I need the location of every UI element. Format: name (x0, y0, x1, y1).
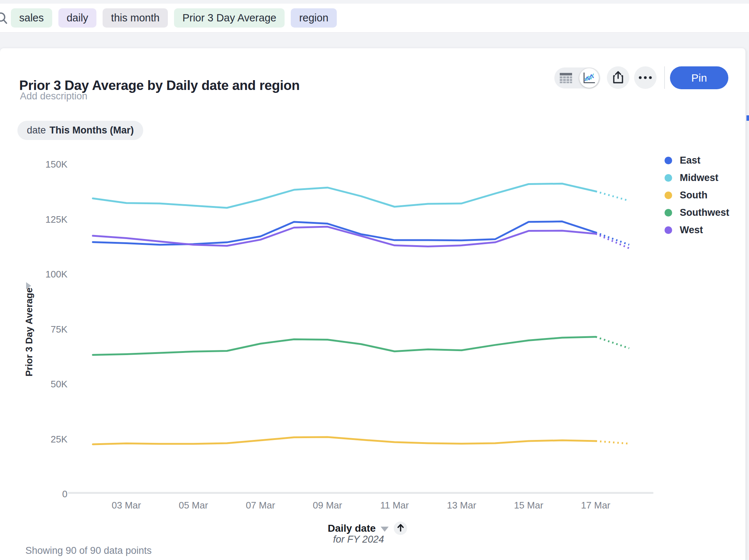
y-axis-tick-label: 0 (0, 489, 67, 500)
x-axis-tick-label: 15 Mar (503, 500, 554, 511)
legend-item-east[interactable]: East (665, 152, 729, 169)
ellipsis-icon (638, 75, 652, 81)
x-axis-tick-label: 03 Mar (101, 500, 152, 511)
search-chips: salesdailythis monthPrior 3 Day Averager… (11, 8, 337, 28)
x-axis-tick-label: 09 Mar (302, 500, 353, 511)
scrollbar-thumb[interactable] (746, 115, 749, 121)
legend-label: East (680, 155, 700, 166)
x-axis-subtitle: for FY 2024 (328, 534, 389, 545)
legend-dot (665, 157, 672, 164)
legend-label: West (680, 225, 703, 236)
data-points-count: Showing 90 of 90 data points (25, 545, 152, 556)
toolbar-divider (664, 66, 665, 89)
legend-item-west[interactable]: West (665, 221, 729, 239)
share-icon (612, 71, 624, 85)
view-toggle[interactable] (554, 67, 600, 88)
legend-dot (665, 192, 672, 199)
x-axis-control[interactable]: Daily date (328, 522, 407, 535)
arrow-up-icon (397, 523, 405, 533)
sort-ascending-button[interactable] (394, 522, 407, 535)
y-axis-tick-label: 125K (0, 214, 67, 225)
search-chip-prior-3-day-average[interactable]: Prior 3 Day Average (174, 8, 285, 28)
y-axis-tick-label: 50K (0, 379, 67, 390)
chart-view-icon-selected[interactable] (579, 68, 599, 88)
filter-value: This Months (Mar) (50, 125, 134, 136)
search-chip-region[interactable]: region (291, 8, 337, 28)
legend-dot (665, 226, 672, 234)
search-icon (0, 12, 9, 27)
search-chip-daily[interactable]: daily (58, 8, 97, 28)
search-bar[interactable]: salesdailythis monthPrior 3 Day Averager… (0, 4, 749, 33)
table-view-icon[interactable] (554, 73, 577, 83)
chart-legend: EastMidwestSouthSouthwestWest (665, 152, 729, 239)
search-chip-sales[interactable]: sales (11, 8, 52, 28)
date-filter-chip[interactable]: date This Months (Mar) (17, 121, 143, 140)
y-axis-tick-label: 100K (0, 269, 67, 280)
x-axis-tick-label: 13 Mar (436, 500, 487, 511)
y-axis-tick-label: 75K (0, 324, 67, 335)
legend-label: Midwest (680, 172, 719, 184)
x-axis-tick-label: 11 Mar (369, 500, 420, 511)
x-axis-tick-label: 17 Mar (570, 500, 621, 511)
legend-label: Southwest (680, 207, 729, 218)
legend-item-southwest[interactable]: Southwest (665, 204, 729, 221)
legend-dot (665, 174, 672, 182)
legend-item-midwest[interactable]: Midwest (665, 169, 729, 186)
search-chip-this-month[interactable]: this month (103, 8, 168, 28)
x-axis-tick-label: 05 Mar (168, 500, 219, 511)
chevron-down-icon[interactable] (381, 527, 389, 532)
more-options-button[interactable] (634, 66, 657, 89)
x-axis-tick-label: 07 Mar (235, 500, 286, 511)
legend-item-south[interactable]: South (665, 186, 729, 204)
y-axis-tick-label: 25K (0, 434, 67, 445)
y-axis-tick-label: 150K (0, 159, 67, 170)
legend-dot (665, 209, 672, 217)
add-description-button[interactable]: Add description (20, 91, 87, 102)
x-axis-field-label[interactable]: Daily date (328, 523, 376, 534)
pin-button[interactable]: Pin (670, 66, 728, 89)
filter-field: date (27, 125, 46, 136)
share-button[interactable] (607, 66, 629, 89)
legend-label: South (680, 190, 707, 201)
